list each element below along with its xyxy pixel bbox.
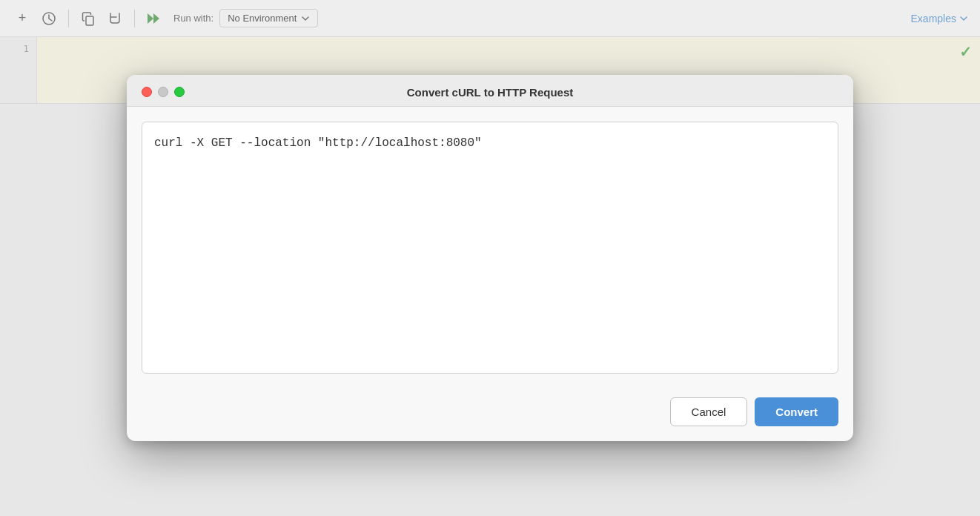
minimize-window-button[interactable] — [158, 87, 168, 97]
modal-dialog: Convert cURL to HTTP Request Cancel Conv… — [127, 75, 853, 441]
maximize-window-button[interactable] — [174, 87, 185, 97]
modal-body — [127, 107, 853, 388]
curl-textarea[interactable] — [142, 122, 838, 374]
convert-button[interactable]: Convert — [755, 397, 838, 426]
modal-footer: Cancel Convert — [127, 388, 853, 441]
traffic-lights — [142, 87, 185, 97]
close-window-button[interactable] — [142, 87, 152, 97]
modal-titlebar: Convert cURL to HTTP Request — [127, 75, 853, 107]
modal-overlay: Convert cURL to HTTP Request Cancel Conv… — [0, 0, 980, 516]
cancel-button[interactable]: Cancel — [670, 397, 748, 426]
modal-title: Convert cURL to HTTP Request — [407, 86, 573, 99]
